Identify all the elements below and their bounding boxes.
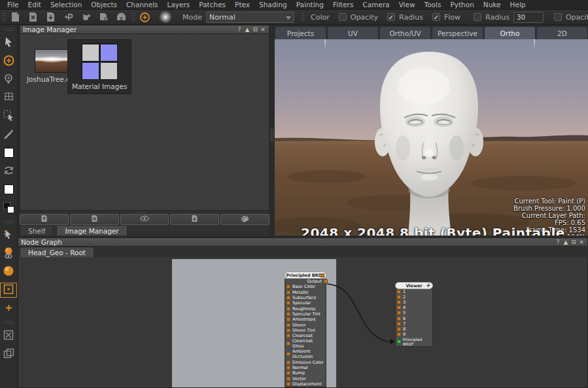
viewer-input-port[interactable] (397, 300, 401, 304)
viewer-input-port[interactable] (397, 327, 401, 331)
input-port[interactable] (286, 291, 290, 294)
add-input-icon[interactable]: + (425, 282, 430, 289)
slerp-tool-button[interactable] (1, 128, 16, 141)
principled-brdf-node[interactable]: Principled BRDF Output Base Color Metall… (285, 272, 326, 387)
help-icon[interactable]: ? (236, 26, 243, 33)
image-item-material-images[interactable]: Material Images (67, 39, 131, 94)
opacity-toggle-checkbox[interactable] (339, 13, 347, 21)
menu-shading[interactable]: Shading (254, 1, 292, 9)
archive-project-button[interactable] (114, 11, 129, 24)
ptex-tool-button[interactable] (61, 11, 76, 24)
brush-tip-preview[interactable] (159, 10, 172, 24)
input-port[interactable] (286, 317, 290, 321)
detach-icon[interactable]: ⊟ (252, 26, 258, 33)
menu-file[interactable]: File (3, 1, 24, 9)
toolbar-section-grip[interactable] (131, 12, 135, 22)
menu-layers[interactable]: Layers (163, 1, 195, 9)
tab-projects[interactable]: Projects (275, 26, 326, 39)
add-tool-button[interactable] (1, 302, 16, 315)
export-image-button[interactable] (170, 214, 219, 225)
menu-nuke[interactable]: Nuke (479, 1, 506, 9)
menu-python[interactable]: Python (445, 1, 478, 9)
add-to-shelf-button[interactable] (220, 214, 269, 225)
tab-ortho-uv[interactable]: Ortho/UV (379, 26, 431, 39)
connection-brdf-to-viewer[interactable] (327, 284, 392, 342)
input-port[interactable] (286, 342, 290, 345)
menu-tools[interactable]: Tools (420, 1, 446, 9)
viewer-input-port[interactable] (397, 306, 401, 309)
marquee-select-tool-button[interactable] (1, 110, 16, 122)
input-port[interactable] (286, 352, 290, 356)
input-port[interactable] (286, 366, 290, 370)
node-output-port[interactable] (320, 273, 324, 277)
menu-ptex[interactable]: Ptex (230, 1, 254, 9)
opacity-field-checkbox[interactable] (554, 13, 562, 21)
node-graph-canvas[interactable]: Principled BRDF Output Base Color Metall… (18, 257, 588, 388)
viewer-input-port[interactable] (397, 322, 401, 326)
paint-through-tool-button[interactable] (1, 229, 16, 241)
clear-paint-button[interactable] (1, 330, 16, 342)
menu-edit[interactable]: Edit (24, 1, 46, 9)
radius-field-checkbox[interactable] (474, 13, 481, 21)
paint-objects-button[interactable] (78, 11, 94, 24)
tools-drag-grip[interactable] (4, 27, 14, 31)
foreground-color-swatch[interactable] (1, 147, 16, 159)
tab-head-geo-root[interactable]: Head_Geo - Root (20, 247, 94, 257)
project-tool-button[interactable] (1, 73, 16, 86)
paint-target-button[interactable] (137, 11, 152, 24)
radius-toggle-checkbox[interactable]: ✓ (387, 13, 395, 21)
viewer-input-port[interactable] (397, 295, 401, 299)
input-port[interactable] (286, 382, 290, 386)
viewer-input-port[interactable] (397, 290, 401, 294)
viewer-input-port[interactable] (397, 311, 401, 315)
input-port[interactable] (286, 296, 290, 300)
tools-section-grip-2[interactable] (4, 321, 14, 324)
paint-buffer-mode-button[interactable] (1, 284, 16, 296)
background-color-swatch[interactable] (1, 183, 16, 196)
blend-mode-dropdown[interactable]: Normal (206, 12, 294, 23)
tab-perspective[interactable]: Perspective (432, 26, 483, 39)
3d-viewport-canvas[interactable]: Current Tool: Paint (P) Brush Pressure: … (275, 39, 588, 236)
default-colors-button[interactable] (1, 202, 16, 214)
input-port[interactable] (286, 371, 290, 375)
detach-icon[interactable]: ⊟ (570, 239, 577, 245)
view-image-button[interactable] (120, 214, 169, 225)
shader-visibility-button[interactable] (1, 247, 16, 260)
tab-ortho[interactable]: Ortho (484, 26, 536, 39)
select-tool-button[interactable] (1, 37, 16, 49)
close-image-button[interactable] (26, 11, 41, 24)
tab-shelf[interactable]: Shelf (20, 225, 54, 236)
collapse-icon[interactable]: ▲ (244, 26, 251, 33)
paint-tool-button[interactable] (1, 55, 16, 67)
menu-filters[interactable]: Filters (328, 1, 358, 9)
input-port[interactable] (286, 285, 290, 289)
input-port[interactable] (286, 307, 290, 311)
input-port[interactable] (286, 312, 290, 316)
viewer-input-port[interactable] (397, 332, 401, 336)
toolbar-section-grip-2[interactable] (301, 12, 304, 22)
new-image-button[interactable] (8, 11, 23, 24)
bake-paint-button[interactable] (1, 348, 16, 361)
export-settings-button[interactable] (96, 11, 111, 24)
viewer-input-port[interactable] (397, 317, 401, 321)
menu-channels[interactable]: Channels (122, 1, 163, 9)
tab-2d[interactable]: 2D (536, 26, 588, 39)
input-port[interactable] (286, 323, 290, 327)
input-port[interactable] (286, 334, 290, 338)
toolbar-drag-grip[interactable] (2, 12, 5, 22)
open-image-button[interactable] (20, 214, 69, 225)
menu-patches[interactable]: Patches (194, 1, 230, 9)
principled-brdf-node-header[interactable]: Principled BRDF (285, 272, 326, 279)
menu-help[interactable]: Help (506, 1, 530, 9)
menu-selection[interactable]: Selection (46, 1, 86, 9)
menu-view[interactable]: View (394, 1, 420, 9)
tab-uv[interactable]: UV (327, 26, 379, 39)
swap-colors-button[interactable] (1, 165, 16, 177)
viewer-connected-input-row[interactable]: Principled BRDF (396, 337, 432, 346)
menu-camera[interactable]: Camera (358, 1, 394, 9)
input-port[interactable] (286, 361, 290, 364)
vertical-splitter-grip[interactable] (270, 128, 273, 143)
close-icon[interactable]: ✕ (260, 26, 266, 33)
menu-painting[interactable]: Painting (292, 1, 328, 9)
node-graph-header[interactable]: Node Graph ? ▲ ⊟ ✕ (18, 238, 588, 247)
